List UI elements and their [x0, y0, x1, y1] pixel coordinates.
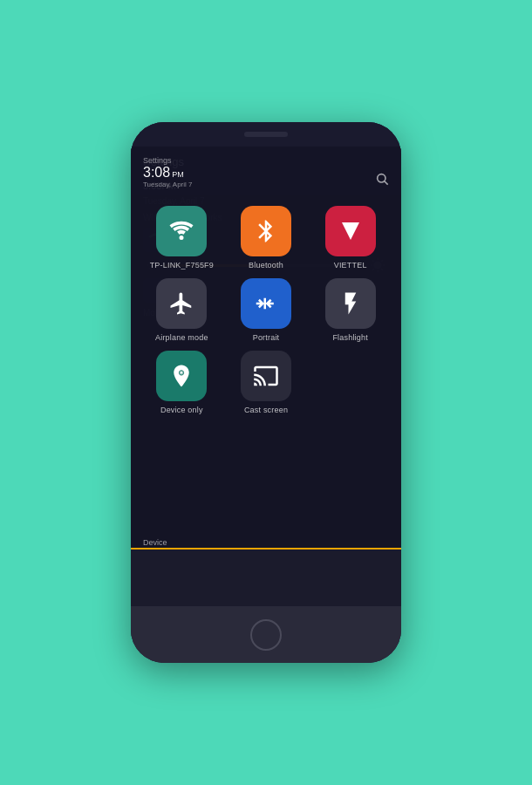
- portrait-label: Portrait: [253, 333, 280, 342]
- phone-speaker: [244, 132, 288, 137]
- quick-item-airplane[interactable]: Airplane mode: [143, 278, 221, 342]
- settings-info: Settings 3:08 PM Tuesday, April 7: [143, 156, 192, 188]
- flashlight-icon[interactable]: [325, 278, 376, 329]
- wifi-label: TP-LINK_F755F9: [150, 261, 214, 270]
- viettel-icon[interactable]: [325, 206, 376, 256]
- quick-item-device[interactable]: Device only: [143, 351, 221, 414]
- quick-item-wifi[interactable]: TP-LINK_F755F9: [143, 206, 221, 270]
- quick-settings-grid: TP-LINK_F755F9 Bluetooth: [140, 206, 392, 414]
- quick-item-flashlight[interactable]: Flashlight: [311, 278, 389, 342]
- svg-point-6: [181, 372, 183, 374]
- search-icon[interactable]: [375, 172, 389, 188]
- settings-title: Settings: [143, 156, 192, 165]
- settings-bar: Settings 3:08 PM Tuesday, April 7: [131, 147, 401, 195]
- phone-screen: Settings 3:08PM Tuesday, April 7 Wireles…: [131, 147, 401, 606]
- home-button[interactable]: [250, 619, 282, 651]
- viettel-label: VIETTEL: [334, 261, 367, 270]
- status-ampm: PM: [172, 170, 184, 179]
- device-only-label: Device only: [160, 406, 203, 414]
- bluetooth-icon[interactable]: [241, 206, 291, 256]
- bottom-accent-line: [131, 548, 401, 550]
- cast-screen-label: Cast screen: [244, 406, 288, 414]
- phone-bottom-bar: [131, 606, 401, 663]
- airplane-icon[interactable]: [156, 278, 207, 329]
- bluetooth-label: Bluetooth: [249, 261, 283, 270]
- quick-item-bluetooth[interactable]: Bluetooth: [228, 206, 305, 270]
- airplane-label: Airplane mode: [155, 333, 208, 342]
- device-section-label: Device: [143, 538, 167, 547]
- wifi-icon[interactable]: [156, 206, 207, 256]
- cast-screen-icon[interactable]: [241, 351, 291, 401]
- portrait-icon[interactable]: [241, 278, 291, 329]
- phone-top-bar: [131, 122, 401, 147]
- device-only-icon[interactable]: [156, 351, 207, 401]
- quick-item-viettel[interactable]: VIETTEL: [311, 206, 389, 270]
- phone-device: Settings 3:08PM Tuesday, April 7 Wireles…: [131, 122, 401, 663]
- quick-item-portrait[interactable]: Portrait: [228, 278, 305, 342]
- quick-item-cast[interactable]: Cast screen: [228, 351, 305, 414]
- quick-settings-panel: TP-LINK_F755F9 Bluetooth: [131, 195, 401, 550]
- svg-line-4: [385, 181, 388, 185]
- svg-point-3: [378, 174, 385, 182]
- flashlight-label: Flashlight: [332, 333, 368, 342]
- status-date: Tuesday, April 7: [143, 181, 192, 188]
- status-time: 3:08 PM: [143, 165, 192, 181]
